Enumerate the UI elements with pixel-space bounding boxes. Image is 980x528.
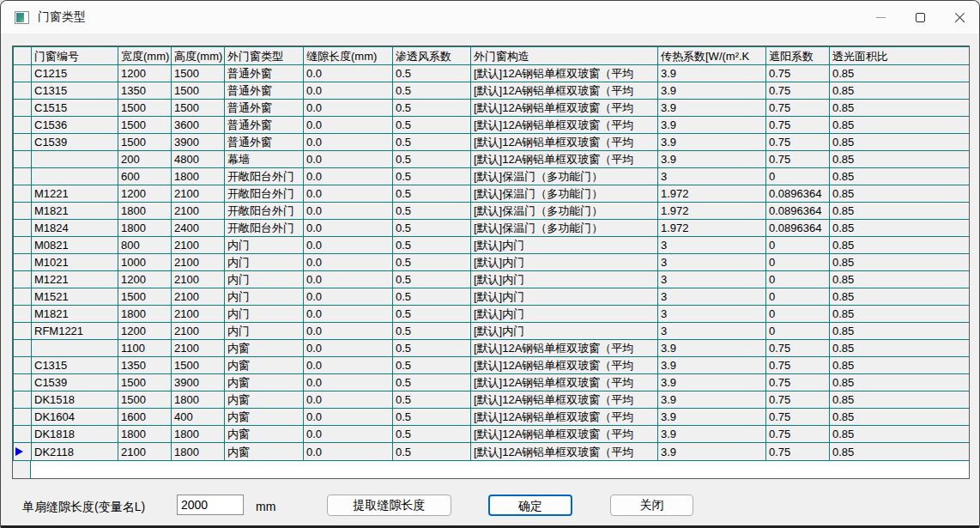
table-cell[interactable]: 0.5	[393, 357, 471, 374]
table-cell[interactable]: 1000	[118, 254, 172, 271]
column-header[interactable]: 门窗编号	[32, 47, 118, 65]
table-cell[interactable]: 0.0	[304, 168, 393, 185]
table-cell[interactable]: 0.5	[393, 391, 471, 409]
table-cell[interactable]: 0.85	[830, 340, 970, 357]
table-cell[interactable]: 0.85	[830, 134, 970, 151]
table-cell[interactable]: 0.75	[766, 409, 830, 426]
table-cell[interactable]: 1500	[172, 65, 225, 82]
table-cell[interactable]: 0	[766, 288, 830, 306]
gap-length-input[interactable]	[177, 495, 244, 515]
table-cell[interactable]: 200	[118, 151, 172, 168]
column-header[interactable]: 缝隙长度(mm)	[304, 47, 393, 65]
table-cell[interactable]: 0.5	[393, 100, 471, 117]
table-cell[interactable]: 3	[658, 254, 766, 271]
table-cell[interactable]: 0.85	[830, 220, 970, 237]
table-cell[interactable]: [默认]保温门（多功能门）	[471, 168, 658, 185]
row-indicator-cell[interactable]	[14, 237, 32, 254]
table-cell[interactable]: 1500	[118, 288, 172, 306]
table-cell[interactable]: C1515	[32, 100, 118, 117]
table-cell[interactable]: [默认]12A钢铝单框双玻窗（平均	[471, 409, 658, 426]
table-cell[interactable]: 0.85	[830, 306, 970, 323]
table-cell[interactable]: 0.0896364	[766, 203, 830, 220]
table-cell[interactable]: 0.0	[304, 65, 393, 82]
table-cell[interactable]: 0.5	[393, 306, 471, 323]
table-cell[interactable]: 0.5	[393, 254, 471, 271]
table-cell[interactable]: 3.9	[658, 391, 766, 409]
table-cell[interactable]: 0.85	[830, 443, 970, 461]
table-cell[interactable]: 2100	[172, 203, 225, 220]
table-cell[interactable]: 1200	[118, 65, 172, 82]
row-indicator-cell[interactable]	[14, 220, 32, 237]
table-cell[interactable]: 0.75	[766, 117, 830, 134]
table-cell[interactable]: 0.85	[830, 271, 970, 288]
table-cell[interactable]: 3.9	[658, 426, 766, 443]
table-cell[interactable]: 0.0896364	[766, 185, 830, 203]
table-cell[interactable]: 0.0	[304, 374, 393, 391]
column-header[interactable]: 渗透风系数	[393, 47, 471, 65]
column-header[interactable]: 传热系数[W/(m².K	[658, 47, 766, 65]
table-cell[interactable]: 0	[766, 271, 830, 288]
table-cell[interactable]: [默认]12A钢铝单框双玻窗（平均	[471, 117, 658, 134]
table-cell[interactable]: 0.85	[830, 254, 970, 271]
row-indicator-cell[interactable]	[14, 271, 32, 288]
table-cell[interactable]: 0.85	[830, 203, 970, 220]
table-cell[interactable]: 1800	[118, 306, 172, 323]
table-cell[interactable]: 0	[766, 323, 830, 340]
table-cell[interactable]: RFM1221	[32, 323, 118, 340]
table-cell[interactable]: 内窗	[225, 374, 304, 391]
table-cell[interactable]: C1539	[32, 134, 118, 151]
column-header[interactable]: 透光面积比	[830, 47, 970, 65]
table-cell[interactable]: 开敞阳台外门	[225, 203, 304, 220]
table-cell[interactable]: 2100	[172, 237, 225, 254]
table-cell[interactable]: 0.75	[766, 100, 830, 117]
table-cell[interactable]: [默认]12A钢铝单框双玻窗（平均	[471, 134, 658, 151]
table-cell[interactable]: 2100	[172, 340, 225, 357]
table-cell[interactable]: 0.5	[393, 220, 471, 237]
table-cell[interactable]: 内门	[225, 254, 304, 271]
close-window-button[interactable]	[940, 1, 979, 33]
table-cell[interactable]: 2100	[172, 323, 225, 340]
table-cell[interactable]: 3	[658, 306, 766, 323]
table-cell[interactable]: C1539	[32, 374, 118, 391]
table-cell[interactable]: 0.0	[304, 203, 393, 220]
table-cell[interactable]: 开敞阳台外门	[225, 185, 304, 203]
table-cell[interactable]: [默认]内门	[471, 237, 658, 254]
table-cell[interactable]: 0.5	[393, 185, 471, 203]
table-cell[interactable]: 800	[118, 237, 172, 254]
table-cell[interactable]	[32, 340, 118, 357]
column-header[interactable]: 外门窗构造	[471, 47, 658, 65]
table-cell[interactable]: 3.9	[658, 82, 766, 100]
row-indicator-cell[interactable]	[14, 168, 32, 185]
table-cell[interactable]: 3.9	[658, 357, 766, 374]
table-cell[interactable]: 内门	[225, 237, 304, 254]
table-cell[interactable]: 0.0896364	[766, 220, 830, 237]
minimize-button[interactable]	[861, 1, 900, 33]
table-cell[interactable]: 4800	[172, 151, 225, 168]
table-cell[interactable]: 1.972	[658, 203, 766, 220]
table-cell[interactable]: 0.85	[830, 391, 970, 409]
row-indicator-cell[interactable]	[14, 82, 32, 100]
table-cell[interactable]: 0.85	[830, 426, 970, 443]
table-cell[interactable]: 0.85	[830, 374, 970, 391]
table-cell[interactable]: M1521	[32, 288, 118, 306]
table-cell[interactable]: 内窗	[225, 340, 304, 357]
close-button[interactable]: 关闭	[610, 495, 693, 516]
table-cell[interactable]: 0	[766, 237, 830, 254]
row-indicator-cell[interactable]	[14, 443, 32, 461]
table-cell[interactable]: 0.75	[766, 357, 830, 374]
table-cell[interactable]: 0.85	[830, 65, 970, 82]
row-indicator-cell[interactable]	[14, 134, 32, 151]
table-cell[interactable]: 0.5	[393, 374, 471, 391]
table-cell[interactable]: 2100	[118, 443, 172, 461]
table-cell[interactable]: 0.5	[393, 288, 471, 306]
row-indicator-cell[interactable]	[14, 100, 32, 117]
table-cell[interactable]: DK2118	[32, 443, 118, 461]
table-cell[interactable]: 0.0	[304, 185, 393, 203]
table-cell[interactable]: 0.75	[766, 443, 830, 461]
table-cell[interactable]: 2100	[172, 185, 225, 203]
table-cell[interactable]: 3900	[172, 374, 225, 391]
row-indicator-cell[interactable]	[14, 185, 32, 203]
table-cell[interactable]: 0.5	[393, 117, 471, 134]
table-cell[interactable]: 0.85	[830, 185, 970, 203]
table-cell[interactable]: 内窗	[225, 391, 304, 409]
